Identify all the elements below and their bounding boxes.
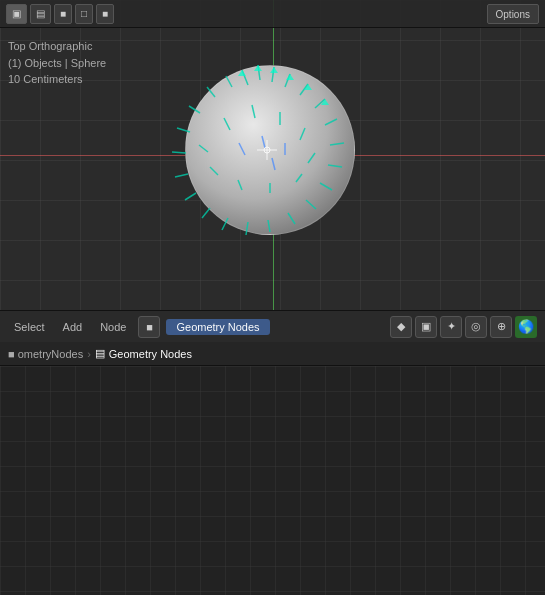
node-toolbar: Select Add Node ■ Geometry Nodes ◆ ▣ ✦ ◎… <box>0 310 545 342</box>
node-connections <box>0 366 545 595</box>
node-editor-type-icon[interactable]: ■ <box>138 316 160 338</box>
viewport-mode-btn-5[interactable]: ■ <box>96 4 114 24</box>
breadcrumb-root[interactable]: ■ ometryNodes <box>8 348 83 360</box>
node-tree-icon: ■ <box>8 348 15 360</box>
transform-icon-btn[interactable]: ⊕ <box>490 316 512 338</box>
viewport-mode-btn-1[interactable]: ▣ <box>6 4 27 24</box>
options-button[interactable]: Options <box>487 4 539 24</box>
copy-icon-btn[interactable]: ▣ <box>415 316 437 338</box>
viewport-crosshair <box>257 140 277 160</box>
viewport-mode-btn-3[interactable]: ■ <box>54 4 72 24</box>
node-canvas[interactable]: Distribute Points on Faces Points Normal… <box>0 366 545 595</box>
3d-viewport[interactable]: ▣ ▤ ■ □ ■ Options Top Orthographic (1) O… <box>0 0 545 310</box>
breadcrumb-separator: › <box>87 348 91 360</box>
shield-icon-btn[interactable]: ◆ <box>390 316 412 338</box>
toolbar-right: ◆ ▣ ✦ ◎ ⊕ 🌎 <box>390 316 537 338</box>
viewport-toolbar: ▣ ▤ ■ □ ■ Options <box>0 0 545 28</box>
pin-icon-btn[interactable]: ✦ <box>440 316 462 338</box>
node-editor: Select Add Node ■ Geometry Nodes ◆ ▣ ✦ ◎… <box>0 310 545 595</box>
breadcrumb-active: ▤ Geometry Nodes <box>95 347 192 360</box>
select-menu[interactable]: Select <box>8 319 51 335</box>
viewport-title: Top Orthographic <box>8 38 106 55</box>
viewport-mode-btn-2[interactable]: ▤ <box>30 4 51 24</box>
globe-icon-btn[interactable]: 🌎 <box>515 316 537 338</box>
viewport-objects: (1) Objects | Sphere <box>8 55 106 72</box>
viewport-info: Top Orthographic (1) Objects | Sphere 10… <box>8 38 106 88</box>
node-menu[interactable]: Node <box>94 319 132 335</box>
breadcrumb-bar: ■ ometryNodes › ▤ Geometry Nodes <box>0 342 545 366</box>
add-menu[interactable]: Add <box>57 319 89 335</box>
node-editor-title: Geometry Nodes <box>166 319 269 335</box>
viewport-mode-btn-4[interactable]: □ <box>75 4 93 24</box>
snap-icon-btn[interactable]: ◎ <box>465 316 487 338</box>
viewport-scale: 10 Centimeters <box>8 71 106 88</box>
geometry-nodes-icon: ▤ <box>95 347 105 360</box>
